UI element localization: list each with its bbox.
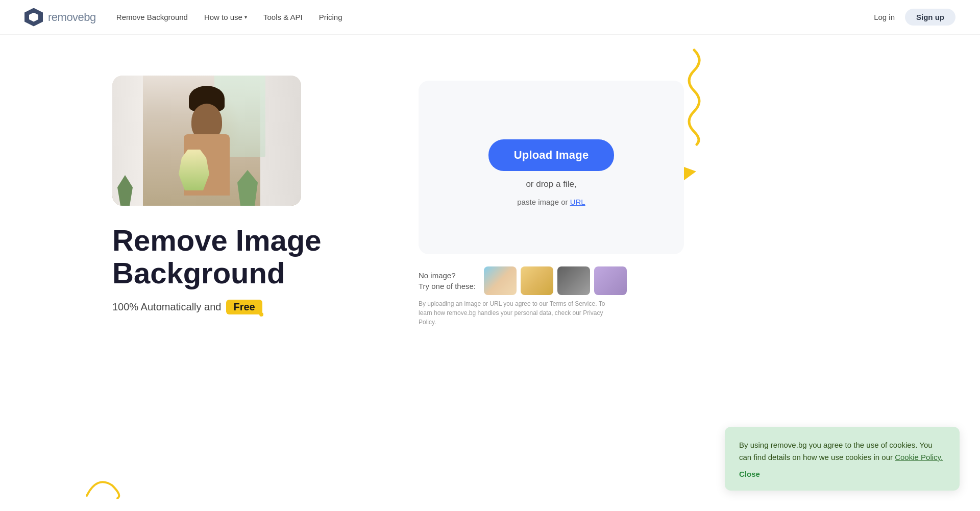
logo-icon: [24, 8, 43, 27]
hero-left: Remove Image Background 100% Automatical…: [112, 65, 378, 314]
hero-subtitle: 100% Automatically and Free: [112, 300, 378, 314]
no-image-text: No image? Try one of these:: [419, 270, 476, 291]
navbar: removebg Remove Background How to use ▾ …: [0, 0, 980, 35]
sample-image-2[interactable]: [521, 266, 553, 295]
upload-dropzone[interactable]: Upload Image or drop a file, paste image…: [419, 81, 684, 254]
sample-image-4[interactable]: [594, 266, 627, 295]
sample-images-row: No image? Try one of these:: [419, 266, 684, 295]
nav-left: removebg Remove Background How to use ▾ …: [24, 8, 342, 27]
upload-url-link[interactable]: URL: [570, 198, 585, 206]
signup-button[interactable]: Sign up: [905, 9, 955, 26]
logo-text: removebg: [48, 11, 96, 24]
cookie-banner: By using remove.bg you agree to the use …: [725, 427, 960, 491]
logo-inner-icon: [29, 13, 38, 22]
terms-text: By uploading an image or URL you agree t…: [419, 299, 612, 327]
flowers-deco: [179, 150, 209, 190]
nav-right: Log in Sign up: [874, 9, 955, 26]
free-badge: Free: [226, 300, 262, 314]
cookie-close-button[interactable]: Close: [739, 470, 760, 478]
hero-title: Remove Image Background: [112, 224, 378, 289]
nav-link-remove-background[interactable]: Remove Background: [116, 13, 188, 21]
sample-image-1[interactable]: [484, 266, 517, 295]
deco-bottom-curve: [82, 470, 122, 501]
curtain-right-deco: [260, 76, 301, 206]
chevron-down-icon: ▾: [244, 14, 247, 20]
sample-image-3[interactable]: [557, 266, 590, 295]
logo[interactable]: removebg: [24, 8, 96, 27]
sample-images-list: [484, 266, 627, 295]
nav-link-tools-api[interactable]: Tools & API: [263, 13, 303, 21]
person-figure: [171, 104, 242, 206]
upload-image-button[interactable]: Upload Image: [488, 139, 615, 171]
login-button[interactable]: Log in: [874, 13, 895, 21]
cookie-text: By using remove.bg you agree to the use …: [739, 439, 945, 464]
cookie-policy-link[interactable]: Cookie Policy.: [895, 453, 943, 461]
hero-right: Upload Image or drop a file, paste image…: [419, 65, 684, 327]
nav-link-pricing[interactable]: Pricing: [319, 13, 342, 21]
upload-paste-text: paste image or URL: [517, 198, 585, 206]
nav-links: Remove Background How to use ▾ Tools & A…: [116, 13, 342, 21]
upload-or-text: or drop a file,: [526, 179, 576, 189]
nav-link-how-to-use[interactable]: How to use ▾: [204, 13, 247, 21]
hero-image: [112, 76, 301, 206]
